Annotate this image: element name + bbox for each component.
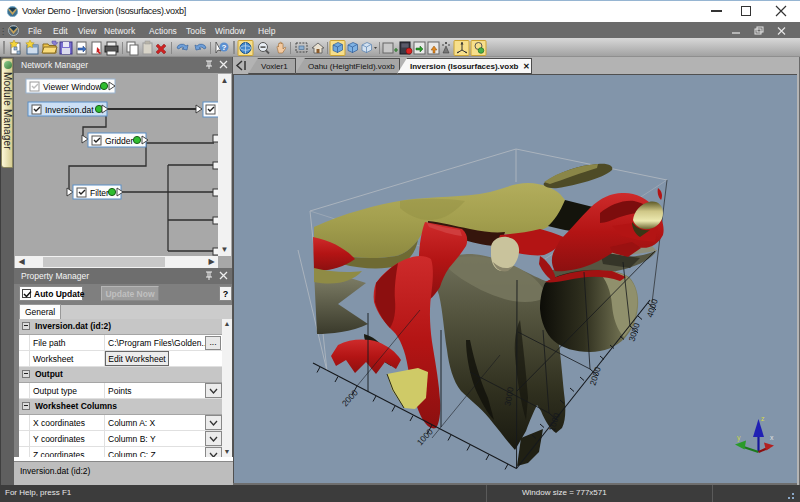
svg-text:2000: 2000 bbox=[340, 387, 360, 408]
svg-text:x: x bbox=[770, 434, 774, 441]
svg-text:1000: 1000 bbox=[415, 426, 435, 447]
svg-text:y: y bbox=[737, 434, 741, 442]
svg-text:Viewer Window: Viewer Window bbox=[43, 82, 102, 92]
svg-text:Gridder: Gridder bbox=[105, 136, 134, 146]
svg-text:z: z bbox=[761, 415, 765, 422]
svg-text:Filter: Filter bbox=[90, 188, 109, 198]
svg-text:Inversion.dat: Inversion.dat bbox=[45, 105, 94, 115]
svg-text:?: ? bbox=[222, 43, 227, 52]
svg-text:4000: 4000 bbox=[645, 297, 660, 318]
